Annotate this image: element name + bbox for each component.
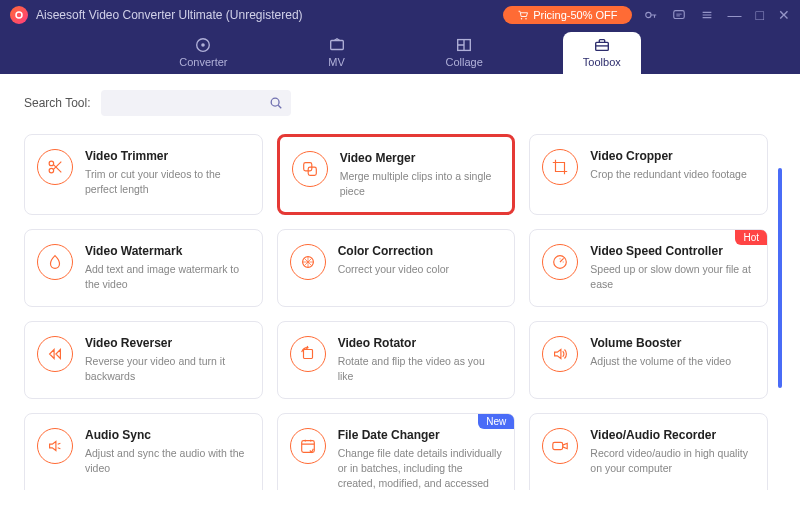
record-icon [542, 428, 578, 464]
svg-point-6 [202, 43, 206, 47]
search-row: Search Tool: [24, 90, 776, 116]
tool-title: Video Trimmer [85, 149, 250, 163]
tool-title: Color Correction [338, 244, 503, 258]
color-icon [290, 244, 326, 280]
svg-point-10 [271, 98, 279, 106]
search-label: Search Tool: [24, 96, 91, 110]
tool-title: Video/Audio Recorder [590, 428, 755, 442]
svg-point-1 [521, 18, 523, 20]
titlebar: Aiseesoft Video Converter Ultimate (Unre… [0, 0, 800, 74]
feedback-icon[interactable] [672, 8, 686, 22]
search-icon [269, 96, 283, 110]
menu-icon[interactable] [700, 8, 714, 22]
tool-title: Video Rotator [338, 336, 503, 350]
tab-toolbox[interactable]: Toolbox [563, 32, 641, 74]
tool-desc: Record video/audio in high quality on yo… [590, 446, 755, 475]
scissors-icon [37, 149, 73, 185]
tool-title: Video Speed Controller [590, 244, 755, 258]
close-button[interactable]: ✕ [778, 7, 790, 23]
svg-rect-19 [553, 443, 563, 450]
tool-card-audio-sync[interactable]: Audio SyncAdjust and sync the audio with… [24, 413, 263, 490]
tab-converter[interactable]: Converter [159, 32, 247, 74]
tool-desc: Adjust the volume of the video [590, 354, 755, 369]
tool-title: Volume Booster [590, 336, 755, 350]
mv-icon [328, 36, 346, 54]
search-input[interactable] [109, 96, 269, 110]
watermark-icon [37, 244, 73, 280]
tool-desc: Change file date details individually or… [338, 446, 503, 490]
svg-point-3 [645, 12, 650, 17]
app-logo-icon [10, 6, 28, 24]
svg-rect-17 [303, 350, 312, 359]
toolbox-icon [593, 36, 611, 54]
app-title: Aiseesoft Video Converter Ultimate (Unre… [36, 8, 503, 22]
merge-icon [292, 151, 328, 187]
maximize-button[interactable]: □ [756, 7, 764, 23]
pricing-button[interactable]: Pricing-50% OFF [503, 6, 631, 24]
rotate-icon [290, 336, 326, 372]
svg-point-12 [49, 168, 54, 173]
tool-title: Audio Sync [85, 428, 250, 442]
tool-desc: Correct your video color [338, 262, 503, 277]
tool-card-video-merger[interactable]: Video MergerMerge multiple clips into a … [277, 134, 516, 215]
tool-desc: Speed up or slow down your file at ease [590, 262, 755, 291]
minimize-button[interactable]: — [728, 7, 742, 23]
svg-point-11 [49, 161, 54, 166]
tool-title: Video Cropper [590, 149, 755, 163]
date-icon [290, 428, 326, 464]
tool-desc: Trim or cut your videos to the perfect l… [85, 167, 250, 196]
tool-card-volume-booster[interactable]: Volume BoosterAdjust the volume of the v… [529, 321, 768, 399]
tab-collage[interactable]: Collage [426, 32, 503, 74]
tool-card-video-watermark[interactable]: Video WatermarkAdd text and image waterm… [24, 229, 263, 307]
sync-icon [37, 428, 73, 464]
tool-title: Video Reverser [85, 336, 250, 350]
volume-icon [542, 336, 578, 372]
tool-card-file-date-changer[interactable]: NewFile Date ChangerChange file date det… [277, 413, 516, 490]
tool-card-video-rotator[interactable]: Video RotatorRotate and flip the video a… [277, 321, 516, 399]
crop-icon [542, 149, 578, 185]
tool-title: Video Merger [340, 151, 501, 165]
tool-desc: Add text and image watermark to the vide… [85, 262, 250, 291]
svg-rect-7 [330, 41, 343, 50]
scrollbar[interactable] [778, 168, 782, 388]
key-icon[interactable] [644, 8, 658, 22]
svg-point-2 [525, 18, 527, 20]
converter-icon [194, 36, 212, 54]
tool-card-video-speed-controller[interactable]: HotVideo Speed ControllerSpeed up or slo… [529, 229, 768, 307]
speed-icon [542, 244, 578, 280]
tabs: Converter MV Collage Toolbox [0, 30, 800, 74]
reverse-icon [37, 336, 73, 372]
collage-icon [455, 36, 473, 54]
tool-card-video-trimmer[interactable]: Video TrimmerTrim or cut your videos to … [24, 134, 263, 215]
badge-hot: Hot [735, 230, 767, 245]
cart-icon [517, 9, 529, 21]
search-box[interactable] [101, 90, 291, 116]
tool-desc: Crop the redundant video footage [590, 167, 755, 182]
svg-point-0 [16, 12, 22, 18]
tool-title: Video Watermark [85, 244, 250, 258]
tool-desc: Adjust and sync the audio with the video [85, 446, 250, 475]
tool-desc: Reverse your video and turn it backwards [85, 354, 250, 383]
tool-card-video-audio-recorder[interactable]: Video/Audio RecorderRecord video/audio i… [529, 413, 768, 490]
tool-card-video-reverser[interactable]: Video ReverserReverse your video and tur… [24, 321, 263, 399]
tool-grid: Video TrimmerTrim or cut your videos to … [24, 134, 776, 490]
tool-desc: Merge multiple clips into a single piece [340, 169, 501, 198]
tool-desc: Rotate and flip the video as you like [338, 354, 503, 383]
tab-mv[interactable]: MV [308, 32, 366, 74]
tool-card-video-cropper[interactable]: Video CropperCrop the redundant video fo… [529, 134, 768, 215]
badge-new: New [478, 414, 514, 429]
tool-title: File Date Changer [338, 428, 503, 442]
tool-card-color-correction[interactable]: Color CorrectionCorrect your video color [277, 229, 516, 307]
